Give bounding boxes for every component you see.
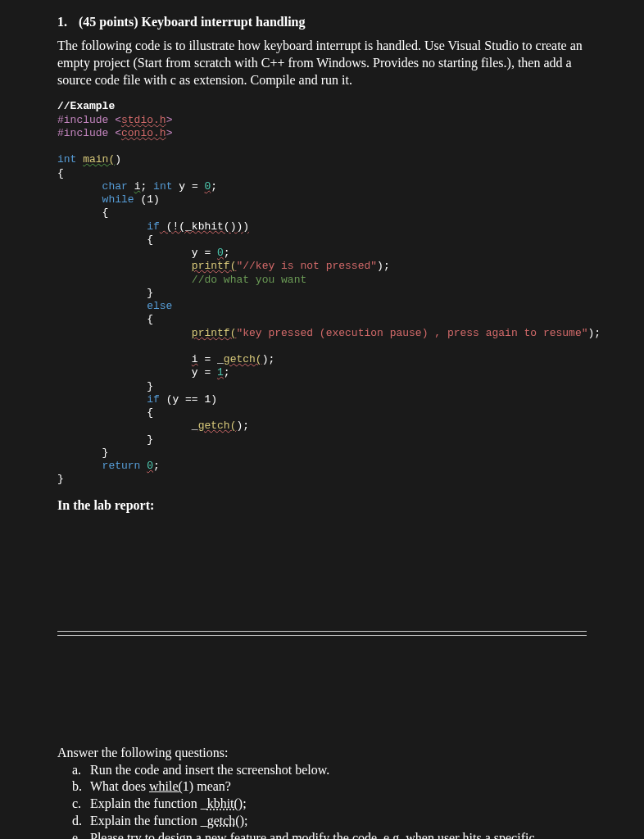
code-brace4: } [147, 287, 153, 299]
q-d-pre: Explain the function [90, 814, 201, 828]
code-include1-pre: #include < [57, 114, 121, 126]
code-main: main( [83, 153, 115, 166]
code-brace: { [57, 167, 64, 179]
code-include1-post: > [166, 114, 173, 126]
code-comment: //Example [57, 100, 115, 112]
code-zero3: 0 [147, 460, 153, 472]
code-semi7: ; [153, 460, 160, 472]
code-ps2: ); [588, 327, 601, 339]
divider-line-1 [57, 631, 587, 632]
q-e-pre: Please try to design a new feature and m… [90, 831, 383, 839]
q-b-post: 1) mean? [183, 779, 231, 793]
code-brace2: { [102, 206, 109, 219]
question-description: The following code is to illustrate how … [57, 38, 587, 88]
code-notkbhit: (!(_kbhit())) [160, 220, 249, 233]
q-d-fnpre: _ [201, 814, 207, 828]
code-brace3: { [147, 234, 153, 246]
code-semi6: ; [243, 420, 249, 432]
code-main-close: ) [115, 153, 121, 166]
q-c-fnpre: _ [201, 796, 207, 810]
q-letter-a: a. [72, 762, 81, 779]
question-a: a. Run the code and insert the screensho… [90, 762, 587, 779]
code-semi: ; [140, 180, 147, 193]
code-brace9: } [102, 447, 109, 459]
question-list: a. Run the code and insert the screensho… [57, 762, 587, 839]
code-printf1: printf( [192, 260, 237, 272]
questions-intro: Answer the following questions: [57, 746, 587, 760]
code-semi3: ; [224, 247, 230, 259]
code-getch: getch( [224, 353, 262, 365]
q-e-post: , when user hits a specific [399, 831, 534, 839]
q-c-pre: Explain the function [90, 796, 201, 810]
q-c-fnpost: ); [238, 796, 247, 810]
code-yeq: y = [192, 247, 217, 259]
code-brace7: { [147, 406, 153, 419]
code-char: char [102, 180, 128, 193]
code-y0: y = [172, 180, 204, 193]
code-dowhat: //do what you want [192, 274, 306, 286]
q-c-fn: kbhit( [207, 796, 238, 810]
question-heading: 1. (45 points) Keyboard interrupt handli… [57, 15, 587, 29]
question-d: d. Explain the function _getch(); [90, 813, 587, 830]
code-if: if [147, 220, 160, 233]
code-i: i [192, 353, 198, 365]
question-number: 1. [57, 15, 75, 29]
code-getch2: getch( [198, 420, 237, 432]
code-example: //Example #include <stdio.h> #include <c… [57, 100, 587, 486]
code-include2-pre: #include < [57, 127, 121, 139]
q-letter-b: b. [72, 778, 82, 796]
code-semi2: ; [211, 180, 217, 193]
q-b-mid: while( [149, 779, 183, 793]
code-str1: "//key is not pressed" [236, 260, 377, 272]
code-return: return [102, 460, 141, 472]
code-brace5: { [147, 313, 153, 325]
question-b: b. What does while(1) mean? [90, 778, 587, 796]
question-c: c. Explain the function _kbhit(); [90, 796, 587, 813]
code-str2: "key pressed (execution pause) , press a… [236, 327, 587, 339]
q-text-a: Run the code and insert the screenshot b… [90, 763, 329, 777]
code-gpre: _ [192, 420, 198, 432]
spacer-2 [57, 639, 587, 746]
code-include1-hdr: stdio.h [121, 114, 166, 126]
code-one: (1) [134, 193, 160, 206]
question-title: (45 points) Keyboard interrupt handling [79, 15, 305, 29]
q-d-fnpost: ); [240, 814, 248, 828]
q-letter-d: d. [72, 813, 82, 830]
code-one1: 1 [217, 366, 224, 379]
code-yeq1: y = [192, 366, 217, 379]
code-while: while [102, 193, 134, 206]
code-brace6: } [147, 380, 153, 392]
code-zero2: 0 [217, 247, 224, 259]
q-e-eg: e.g [383, 831, 399, 839]
q-d-fn: getch( [207, 814, 240, 828]
code-ify1: (y == 1) [160, 393, 217, 406]
code-semi5: ; [224, 366, 230, 379]
code-printf2: printf( [192, 327, 237, 339]
q-letter-e: e. [72, 830, 81, 839]
code-else: else [147, 300, 172, 312]
code-if2: if [147, 393, 160, 406]
question-e: e. Please try to design a new feature an… [90, 830, 587, 839]
code-brace8: } [147, 433, 153, 446]
code-include2-hdr: conio.h [121, 127, 166, 139]
code-semi4: ; [268, 353, 274, 365]
q-letter-c: c. [72, 796, 81, 813]
code-eqg: = _ [198, 353, 224, 365]
code-int: int [57, 153, 76, 166]
code-ps1: ); [377, 260, 390, 272]
lab-report-heading: In the lab report: [57, 498, 587, 513]
spacer [57, 513, 587, 628]
q-b-pre: What does [90, 779, 149, 793]
code-brace10: } [57, 473, 64, 485]
code-int2: int [153, 180, 172, 193]
code-include2-post: > [166, 127, 173, 139]
divider-line-2 [57, 635, 587, 636]
